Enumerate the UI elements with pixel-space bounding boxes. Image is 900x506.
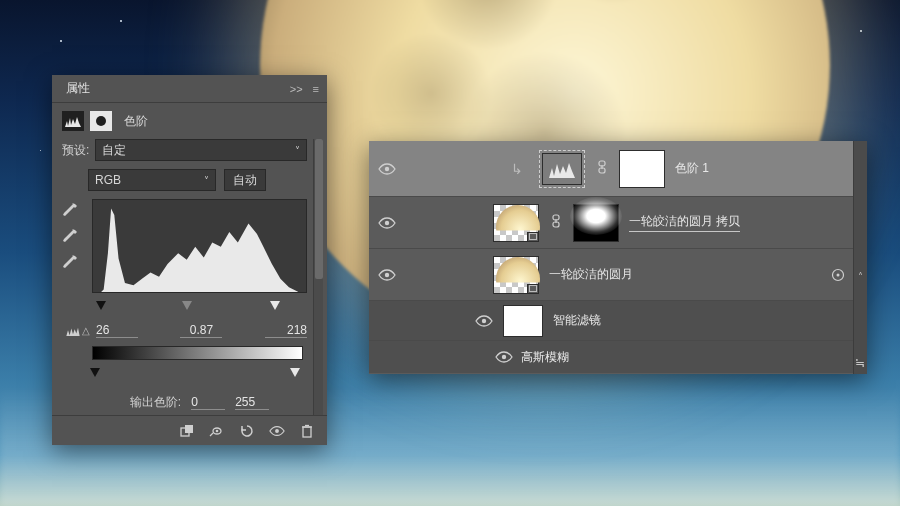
svg-point-11 xyxy=(385,220,389,224)
channel-row: RGB ˅ 自动 xyxy=(62,169,307,191)
chevron-down-icon: ˅ xyxy=(295,145,300,156)
delete-icon[interactable] xyxy=(299,423,315,439)
svg-point-16 xyxy=(385,272,389,276)
visibility-icon[interactable] xyxy=(269,423,285,439)
svg-rect-1 xyxy=(185,425,193,433)
adjustment-type-label: 色阶 xyxy=(124,113,148,130)
svg-rect-12 xyxy=(530,234,537,240)
output-label: 输出色阶: xyxy=(130,394,181,411)
properties-footer xyxy=(52,415,327,445)
panel-menu-icon[interactable]: ≡ xyxy=(313,83,319,95)
filter-name[interactable]: 高斯模糊 xyxy=(521,349,569,366)
chevron-down-icon: ˅ xyxy=(204,175,209,186)
layer-mask-icon[interactable] xyxy=(90,111,112,131)
svg-point-3 xyxy=(275,429,279,433)
output-levels-values: 输出色阶: xyxy=(62,394,307,411)
layer-name[interactable]: 一轮皎洁的圆月 xyxy=(549,266,633,283)
channel-select[interactable]: RGB ˅ xyxy=(88,169,216,191)
black-point-input[interactable] xyxy=(96,323,138,338)
input-levels-slider[interactable] xyxy=(62,301,307,315)
reset-icon[interactable] xyxy=(239,423,255,439)
svg-point-7 xyxy=(385,166,389,170)
preset-select[interactable]: 自定 ˅ xyxy=(95,139,307,161)
properties-panel: 属性 >> ≡ 色阶 预设: 自定 ˅ xyxy=(52,75,327,445)
svg-point-21 xyxy=(502,355,506,359)
output-levels-slider[interactable] xyxy=(62,368,307,382)
smart-filter-mask-thumb[interactable] xyxy=(503,305,543,337)
chevron-up-icon[interactable]: ˄ xyxy=(854,141,867,282)
levels-mask-thumb[interactable] xyxy=(619,150,665,188)
auto-button-label: 自动 xyxy=(233,172,257,189)
clip-to-layer-icon[interactable] xyxy=(179,423,195,439)
levels-icon xyxy=(66,326,80,336)
eye-icon[interactable] xyxy=(475,315,493,327)
svg-point-20 xyxy=(482,318,486,322)
link-icon[interactable] xyxy=(595,160,609,177)
output-levels-row xyxy=(62,346,307,360)
histogram[interactable] xyxy=(92,199,307,293)
preset-row: 预设: 自定 ˅ xyxy=(62,139,307,161)
filter-fx-icon[interactable] xyxy=(831,268,845,282)
channel-value: RGB xyxy=(95,173,121,187)
white-point-handle[interactable] xyxy=(270,301,280,310)
panel-collapse-icon[interactable]: >> xyxy=(290,83,303,95)
smart-filters-label: 智能滤镜 xyxy=(553,312,601,329)
levels-adjustment-icon[interactable] xyxy=(62,111,84,131)
layer-thumb[interactable] xyxy=(493,256,539,294)
layer-mask-thumb[interactable] xyxy=(573,204,619,242)
output-white-input[interactable] xyxy=(235,395,269,410)
eye-icon[interactable] xyxy=(378,163,396,175)
layer-name[interactable]: 色阶 1 xyxy=(675,160,709,177)
output-black-input[interactable] xyxy=(191,395,225,410)
properties-tab[interactable]: 属性 xyxy=(60,76,96,101)
eyedropper-black-icon[interactable] xyxy=(62,203,78,219)
view-previous-icon[interactable] xyxy=(209,423,225,439)
smart-filters-row[interactable]: 智能滤镜 xyxy=(369,301,853,341)
filter-row-gaussian[interactable]: 高斯模糊 ≒ xyxy=(369,341,853,373)
adjustment-type-row: 色阶 xyxy=(52,103,327,135)
svg-rect-4 xyxy=(303,427,311,437)
layer-row-levels[interactable]: ↳ 色阶 1 xyxy=(369,141,853,197)
link-icon[interactable] xyxy=(549,214,563,231)
properties-scrollbar[interactable] xyxy=(313,139,323,415)
output-white-handle[interactable] xyxy=(290,368,300,377)
output-gradient[interactable] xyxy=(92,346,303,360)
output-black-handle[interactable] xyxy=(90,368,100,377)
smart-object-badge-icon xyxy=(527,232,539,242)
preset-label: 预设: xyxy=(62,142,89,159)
adjustment-thumb-group xyxy=(539,150,585,188)
layers-panel: ↳ 色阶 1 一轮 xyxy=(369,141,867,374)
gamma-input[interactable] xyxy=(180,323,222,338)
eye-icon[interactable] xyxy=(495,351,513,363)
white-point-input[interactable] xyxy=(265,323,307,338)
filter-options-icon[interactable]: ≒ xyxy=(855,356,865,370)
warning-icon: △ xyxy=(82,325,90,336)
scrollbar-thumb[interactable] xyxy=(315,139,323,279)
properties-panel-header: 属性 >> ≡ xyxy=(52,75,327,103)
layer-row-moon-copy[interactable]: 一轮皎洁的圆月 拷贝 xyxy=(369,197,853,249)
auto-button[interactable]: 自动 xyxy=(224,169,266,191)
svg-point-19 xyxy=(837,273,840,276)
histogram-row xyxy=(62,199,307,293)
svg-rect-17 xyxy=(530,286,537,292)
layer-name[interactable]: 一轮皎洁的圆月 拷贝 xyxy=(629,213,740,232)
input-levels-values: △ xyxy=(62,323,307,338)
eye-icon[interactable] xyxy=(378,217,396,229)
preset-value: 自定 xyxy=(102,142,126,159)
clip-indicator-icon: ↳ xyxy=(505,161,529,177)
layers-scrollbar[interactable]: ˄ xyxy=(853,141,867,374)
black-point-handle[interactable] xyxy=(96,301,106,310)
eye-icon[interactable] xyxy=(378,269,396,281)
eyedropper-white-icon[interactable] xyxy=(62,255,78,271)
smart-object-badge-icon xyxy=(527,284,539,294)
svg-point-2 xyxy=(216,429,219,432)
layer-thumb[interactable] xyxy=(493,204,539,242)
gamma-handle[interactable] xyxy=(182,301,192,310)
levels-adjustment-thumb[interactable] xyxy=(542,153,582,185)
eyedropper-gray-icon[interactable] xyxy=(62,229,78,245)
layer-row-moon[interactable]: 一轮皎洁的圆月 xyxy=(369,249,853,301)
